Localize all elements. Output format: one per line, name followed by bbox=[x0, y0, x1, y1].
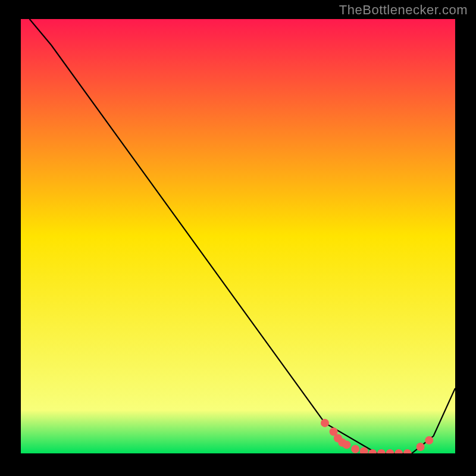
watermark-text: TheBottlenecker.com bbox=[339, 2, 468, 18]
chart-frame: TheBottlenecker.com bbox=[0, 0, 476, 476]
chart-svg bbox=[21, 19, 455, 453]
plot-area bbox=[21, 19, 455, 453]
marker-point bbox=[425, 436, 433, 444]
marker-point bbox=[343, 440, 351, 449]
marker-point bbox=[351, 445, 359, 453]
marker-point bbox=[321, 419, 329, 427]
gradient-background bbox=[21, 19, 455, 453]
marker-point bbox=[416, 443, 425, 451]
